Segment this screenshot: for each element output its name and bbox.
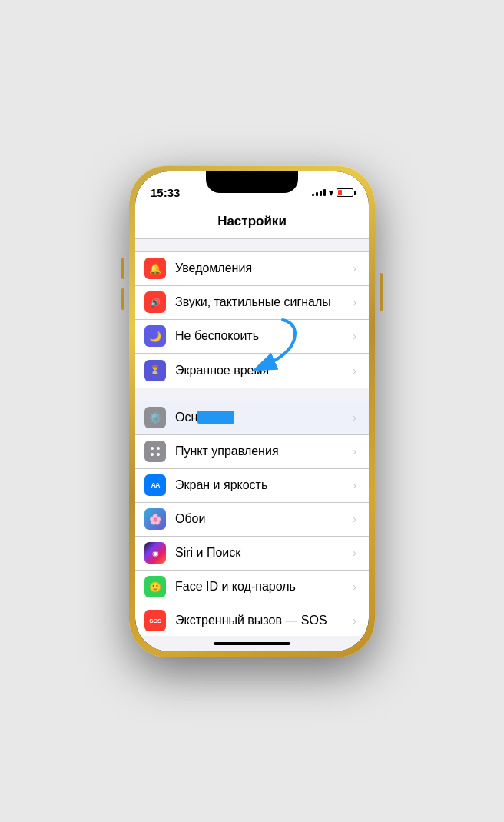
- screentime-label: Экранное время: [175, 364, 353, 378]
- sos-icon: SOS: [144, 610, 166, 631]
- list-item[interactable]: 🌸 Обои ›: [135, 503, 369, 537]
- wallpaper-label: Обои: [175, 512, 353, 526]
- volume-up-button[interactable]: [121, 258, 124, 279]
- chevron-icon: ›: [353, 614, 356, 627]
- phone-frame: 15:33 ▾ Настройки: [129, 165, 375, 657]
- notch: [206, 171, 298, 193]
- battery-fill: [338, 190, 342, 195]
- notifications-icon: 🔔: [144, 258, 166, 279]
- svg-point-3: [151, 453, 154, 456]
- chevron-icon: ›: [353, 262, 356, 275]
- section-notifications: 🔔 Уведомления › 🔊 Звуки, тактильные сигн…: [135, 251, 369, 388]
- list-item[interactable]: Пункт управления ›: [135, 435, 369, 469]
- page-title: Настройки: [217, 214, 287, 229]
- dnd-label: Не беспокоить: [175, 329, 353, 343]
- display-label: Экран и яркость: [175, 478, 353, 492]
- home-bar: [214, 642, 290, 645]
- list-item[interactable]: 🌙 Не беспокоить ›: [135, 320, 369, 354]
- chevron-icon: ›: [353, 411, 356, 424]
- svg-point-1: [151, 447, 154, 450]
- list-item[interactable]: 🔔 Уведомления ›: [135, 252, 369, 286]
- status-bar: 15:33 ▾: [135, 171, 369, 205]
- chevron-icon: ›: [353, 364, 356, 377]
- list-item[interactable]: ⏳ Экранное время ›: [135, 354, 369, 388]
- siri-icon: ◉: [144, 542, 166, 564]
- control-icon: [144, 441, 166, 462]
- volume-down-button[interactable]: [121, 288, 124, 310]
- siri-label: Siri и Поиск: [175, 546, 353, 560]
- list-item[interactable]: 🔊 Звуки, тактильные сигналы ›: [135, 286, 369, 320]
- display-icon: AA: [144, 474, 166, 496]
- chevron-icon: ›: [353, 547, 356, 559]
- section-general: ⚙️ Основное › Пункт управления › AA Экра…: [135, 401, 369, 636]
- chevron-icon: ›: [353, 445, 356, 458]
- screentime-icon: ⏳: [144, 360, 166, 381]
- nav-bar: Настройки: [135, 205, 369, 239]
- wallpaper-icon: 🌸: [144, 508, 166, 530]
- scroll-area[interactable]: 🔔 Уведомления › 🔊 Звуки, тактильные сигн…: [135, 239, 369, 636]
- notifications-label: Уведомления: [175, 261, 353, 275]
- list-item[interactable]: ◉ Siri и Поиск ›: [135, 537, 369, 571]
- chevron-icon: ›: [353, 581, 356, 593]
- chevron-icon: ›: [353, 330, 356, 342]
- home-indicator: [135, 636, 369, 651]
- sounds-label: Звуки, тактильные сигналы: [175, 295, 353, 309]
- control-label: Пункт управления: [175, 444, 353, 458]
- list-item[interactable]: AA Экран и яркость ›: [135, 469, 369, 503]
- chevron-icon: ›: [353, 513, 356, 525]
- battery-icon: [337, 188, 353, 197]
- chevron-icon: ›: [353, 479, 356, 491]
- general-icon: ⚙️: [144, 407, 166, 428]
- faceid-label: Face ID и код-пароль: [175, 580, 353, 594]
- faceid-icon: 🙂: [144, 576, 166, 597]
- svg-point-2: [157, 447, 160, 450]
- sos-label: Экстренный вызов — SOS: [175, 614, 353, 627]
- status-icons: ▾: [312, 188, 353, 198]
- general-label: Основное: [175, 411, 353, 424]
- list-item[interactable]: SOS Экстренный вызов — SOS ›: [135, 604, 369, 636]
- list-item-general[interactable]: ⚙️ Основное ›: [135, 401, 369, 435]
- svg-point-4: [157, 453, 160, 456]
- dnd-icon: 🌙: [144, 325, 166, 347]
- list-item[interactable]: 🙂 Face ID и код-пароль ›: [135, 571, 369, 604]
- wifi-icon: ▾: [329, 188, 333, 198]
- phone-inner: 15:33 ▾ Настройки: [135, 171, 369, 651]
- screen: 15:33 ▾ Настройки: [135, 171, 369, 651]
- signal-icon: [312, 189, 326, 196]
- power-button[interactable]: [380, 273, 383, 311]
- sounds-icon: 🔊: [144, 291, 166, 313]
- chevron-icon: ›: [353, 296, 356, 308]
- status-time: 15:33: [151, 186, 180, 199]
